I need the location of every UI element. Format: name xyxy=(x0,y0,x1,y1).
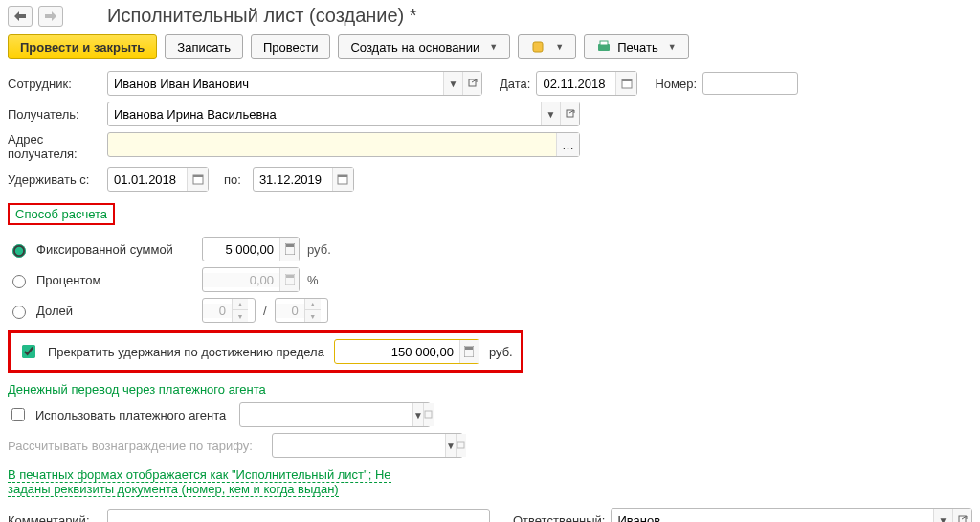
calendar-icon xyxy=(621,78,633,89)
spin-down: ▼ xyxy=(305,310,321,322)
print-button[interactable]: Печать ▼ xyxy=(584,34,689,59)
open-icon xyxy=(424,410,434,420)
addr-edit-button[interactable]: … xyxy=(556,133,579,156)
calculator-icon xyxy=(464,346,474,357)
recipient-open[interactable] xyxy=(560,102,579,125)
hold-from-calendar[interactable] xyxy=(187,168,208,191)
svg-rect-12 xyxy=(286,244,294,247)
spin-down: ▼ xyxy=(233,310,248,322)
limit-checkbox[interactable] xyxy=(22,345,35,358)
calc-fraction-num xyxy=(203,304,232,318)
arrow-right-icon xyxy=(45,11,56,21)
calc-fraction-radio[interactable] xyxy=(12,306,26,319)
employee-open[interactable] xyxy=(462,72,481,95)
use-agent-checkbox[interactable] xyxy=(11,408,25,421)
number-input[interactable] xyxy=(702,72,798,95)
printer-icon xyxy=(596,39,612,55)
limit-input[interactable] xyxy=(335,345,459,359)
responsible-dropdown[interactable]: ▼ xyxy=(933,509,952,522)
svg-rect-10 xyxy=(338,175,347,177)
calc-percent-label: Процентом xyxy=(36,273,194,287)
date-input[interactable] xyxy=(537,77,615,91)
clip-icon xyxy=(530,39,546,55)
calc-percent-input xyxy=(203,273,279,287)
calc-percent-unit: % xyxy=(307,273,319,287)
comment-label: Комментарий: xyxy=(8,513,101,523)
addr-label-1: Адрес xyxy=(8,132,101,147)
print-label: Печать xyxy=(617,40,658,55)
calc-fraction-label: Долей xyxy=(36,304,194,318)
calendar-icon xyxy=(337,173,348,185)
chevron-down-icon: ▼ xyxy=(555,42,564,52)
recipient-dropdown[interactable]: ▼ xyxy=(541,102,560,125)
addr-label-2: получателя: xyxy=(8,147,101,161)
fraction-slash: / xyxy=(263,304,267,318)
hold-from-label: Удерживать с: xyxy=(8,172,101,187)
employee-label: Сотрудник: xyxy=(8,77,101,91)
limit-label: Прекратить удержания по достижению преде… xyxy=(48,345,324,359)
open-icon xyxy=(566,109,575,119)
forward-button[interactable] xyxy=(38,6,63,27)
page-title: Исполнительный лист (создание) * xyxy=(107,5,417,27)
tariff-select xyxy=(273,434,445,457)
responsible-input[interactable] xyxy=(612,509,933,522)
svg-rect-14 xyxy=(286,275,294,278)
svg-rect-17 xyxy=(425,411,432,418)
hold-to-label: по: xyxy=(224,172,241,187)
calc-fixed-calc[interactable] xyxy=(279,238,299,261)
agent-dropdown: ▼ xyxy=(412,403,423,426)
hold-to-calendar[interactable] xyxy=(332,168,353,191)
number-label: Номер: xyxy=(655,77,697,91)
date-label: Дата: xyxy=(500,77,530,91)
responsible-open[interactable] xyxy=(952,509,971,522)
addr-input[interactable] xyxy=(108,133,556,156)
open-icon xyxy=(958,515,968,522)
toolbar: Провести и закрыть Записать Провести Соз… xyxy=(8,34,972,59)
save-button[interactable]: Записать xyxy=(165,34,243,59)
hold-from-input[interactable] xyxy=(108,172,187,187)
calc-fixed-unit: руб. xyxy=(307,242,331,257)
post-and-close-button[interactable]: Провести и закрыть xyxy=(8,34,157,59)
calc-percent-radio[interactable] xyxy=(12,275,26,288)
calc-fraction-den xyxy=(276,304,304,318)
agent-section-title: Денежный перевод через платежного агента xyxy=(8,382,972,397)
recipient-input[interactable] xyxy=(108,102,541,125)
employee-dropdown[interactable]: ▼ xyxy=(443,72,462,95)
post-button[interactable]: Провести xyxy=(251,34,331,59)
use-agent-label: Использовать платежного агента xyxy=(35,408,232,422)
print-form-link[interactable]: В печатных формах отображается как "Испо… xyxy=(8,467,391,497)
date-calendar-button[interactable] xyxy=(615,72,636,95)
open-icon xyxy=(468,79,478,88)
calc-section-title: Способ расчета xyxy=(8,203,115,225)
chevron-down-icon: ▼ xyxy=(489,42,498,52)
svg-rect-8 xyxy=(193,175,203,177)
calculator-icon xyxy=(285,274,295,285)
svg-rect-2 xyxy=(600,41,608,45)
arrow-left-icon xyxy=(14,11,26,21)
calc-fixed-input[interactable] xyxy=(203,242,279,257)
recipient-label: Получатель: xyxy=(8,107,101,122)
tariff-label: Рассчитывать вознаграждение по тарифу: xyxy=(8,439,266,453)
calc-fixed-label: Фиксированной суммой xyxy=(36,242,194,257)
spin-up: ▲ xyxy=(233,299,248,310)
agent-select xyxy=(240,403,412,426)
employee-input[interactable] xyxy=(108,72,443,95)
calendar-icon xyxy=(192,173,204,185)
svg-rect-16 xyxy=(465,347,473,350)
create-based-button[interactable]: Создать на основании ▼ xyxy=(338,34,510,59)
back-button[interactable] xyxy=(8,6,33,27)
svg-rect-18 xyxy=(457,442,464,448)
calc-fixed-radio[interactable] xyxy=(12,244,26,258)
svg-rect-0 xyxy=(533,42,543,52)
tariff-open xyxy=(456,434,466,457)
limit-unit: руб. xyxy=(489,345,513,359)
hold-to-input[interactable] xyxy=(254,172,332,187)
chevron-down-icon: ▼ xyxy=(668,42,677,52)
calculator-icon xyxy=(285,243,295,255)
comment-input[interactable] xyxy=(107,509,490,522)
tariff-dropdown: ▼ xyxy=(445,434,456,457)
attachment-button[interactable]: ▼ xyxy=(518,34,576,59)
limit-calc[interactable] xyxy=(459,340,479,363)
svg-rect-5 xyxy=(622,79,632,81)
create-based-label: Создать на основании xyxy=(350,40,479,55)
